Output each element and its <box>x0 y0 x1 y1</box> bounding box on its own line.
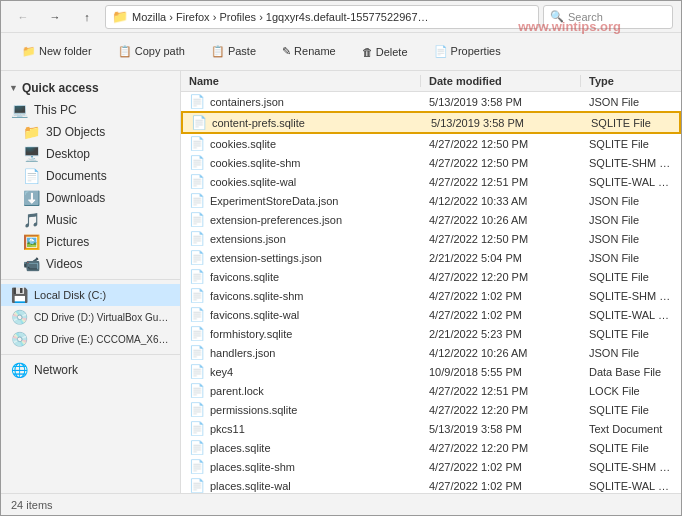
filelist: Name Date modified Type 📄 containers.jso… <box>181 71 681 493</box>
file-name: favicons.sqlite-shm <box>210 290 304 302</box>
file-date: 4/12/2022 10:33 AM <box>421 195 581 207</box>
file-icon: 📄 <box>189 193 205 208</box>
back-button[interactable]: ← <box>9 6 37 28</box>
table-row[interactable]: 📄 handlers.json 4/12/2022 10:26 AM JSON … <box>181 343 681 362</box>
table-row[interactable]: 📄 places.sqlite 4/27/2022 12:20 PM SQLIT… <box>181 438 681 457</box>
file-name: favicons.sqlite <box>210 271 279 283</box>
file-icon: 📄 <box>189 478 205 493</box>
file-date: 4/27/2022 12:20 PM <box>421 442 581 454</box>
table-row[interactable]: 📄 places.sqlite-wal 4/27/2022 1:02 PM SQ… <box>181 476 681 493</box>
3d-objects-icon: 📁 <box>23 124 40 140</box>
this-pc-icon: 💻 <box>11 102 28 118</box>
table-row[interactable]: 📄 content-prefs.sqlite 5/13/2019 3:58 PM… <box>181 111 681 134</box>
table-row[interactable]: 📄 favicons.sqlite-wal 4/27/2022 1:02 PM … <box>181 305 681 324</box>
file-date: 2/21/2022 5:23 PM <box>421 328 581 340</box>
file-icon: 📄 <box>189 212 205 227</box>
documents-label: Documents <box>46 169 107 183</box>
file-type: SQLITE-WAL File <box>581 309 681 321</box>
file-name: containers.json <box>210 96 284 108</box>
table-row[interactable]: 📄 formhistory.sqlite 2/21/2022 5:23 PM S… <box>181 324 681 343</box>
file-type: JSON File <box>581 252 681 264</box>
file-icon: 📄 <box>189 250 205 265</box>
cd-drive-e-icon: 💿 <box>11 331 28 347</box>
copy-path-button[interactable]: 📋 Copy path <box>107 39 196 65</box>
table-row[interactable]: 📄 permissions.sqlite 4/27/2022 12:20 PM … <box>181 400 681 419</box>
file-icon: 📄 <box>189 231 205 246</box>
properties-button[interactable]: 📄 Properties <box>423 39 512 65</box>
sidebar-item-videos[interactable]: 📹 Videos <box>1 253 180 275</box>
col-header-date[interactable]: Date modified <box>421 75 581 87</box>
file-date: 4/27/2022 1:02 PM <box>421 480 581 492</box>
file-date: 4/27/2022 12:50 PM <box>421 157 581 169</box>
address-bar[interactable]: 📁 Mozilla › Firefox › Profiles › 1gqxyr4… <box>105 5 539 29</box>
file-icon: 📄 <box>189 326 205 341</box>
file-date: 4/27/2022 1:02 PM <box>421 290 581 302</box>
table-row[interactable]: 📄 parent.lock 4/27/2022 12:51 PM LOCK Fi… <box>181 381 681 400</box>
table-row[interactable]: 📄 cookies.sqlite-wal 4/27/2022 12:51 PM … <box>181 172 681 191</box>
table-row[interactable]: 📄 pkcs11 5/13/2019 3:58 PM Text Document <box>181 419 681 438</box>
sidebar-divider-2 <box>1 354 180 355</box>
sidebar-item-this-pc[interactable]: 💻 This PC <box>1 99 180 121</box>
item-count: 24 items <box>11 499 53 511</box>
sidebar-item-3d-objects[interactable]: 📁 3D Objects <box>1 121 180 143</box>
file-type: SQLITE File <box>581 328 681 340</box>
sidebar-item-network[interactable]: 🌐 Network <box>1 359 180 381</box>
quick-access-header[interactable]: ▼ Quick access <box>1 77 180 99</box>
sidebar-item-downloads[interactable]: ⬇️ Downloads <box>1 187 180 209</box>
file-date: 5/13/2019 3:58 PM <box>421 423 581 435</box>
sidebar-item-music[interactable]: 🎵 Music <box>1 209 180 231</box>
file-type: SQLITE File <box>581 138 681 150</box>
file-icon: 📄 <box>191 115 207 130</box>
file-type: LOCK File <box>581 385 681 397</box>
col-header-name[interactable]: Name <box>181 75 421 87</box>
delete-button[interactable]: 🗑 Delete <box>351 39 419 65</box>
sidebar-item-local-disk[interactable]: 💾 Local Disk (C:) <box>1 284 180 306</box>
filelist-header: Name Date modified Type <box>181 71 681 92</box>
file-date: 4/27/2022 12:51 PM <box>421 385 581 397</box>
file-type: Text Document <box>581 423 681 435</box>
paste-button[interactable]: 📋 Paste <box>200 39 267 65</box>
table-row[interactable]: 📄 containers.json 5/13/2019 3:58 PM JSON… <box>181 92 681 111</box>
table-row[interactable]: 📄 extension-settings.json 2/21/2022 5:04… <box>181 248 681 267</box>
sidebar-item-documents[interactable]: 📄 Documents <box>1 165 180 187</box>
sidebar-item-pictures[interactable]: 🖼️ Pictures <box>1 231 180 253</box>
file-date: 4/27/2022 12:51 PM <box>421 176 581 188</box>
file-name: cookies.sqlite <box>210 138 276 150</box>
file-date: 4/27/2022 12:20 PM <box>421 404 581 416</box>
table-row[interactable]: 📄 places.sqlite-shm 4/27/2022 1:02 PM SQ… <box>181 457 681 476</box>
cd-drive-e-label: CD Drive (E:) CCCOMA_X64FRE_... <box>34 334 172 345</box>
table-row[interactable]: 📄 favicons.sqlite 4/27/2022 12:20 PM SQL… <box>181 267 681 286</box>
table-row[interactable]: 📄 favicons.sqlite-shm 4/27/2022 1:02 PM … <box>181 286 681 305</box>
forward-button[interactable]: → <box>41 6 69 28</box>
up-button[interactable]: ↑ <box>73 6 101 28</box>
sidebar-item-cd-drive-e[interactable]: 💿 CD Drive (E:) CCCOMA_X64FRE_... <box>1 328 180 350</box>
table-row[interactable]: 📄 extensions.json 4/27/2022 12:50 PM JSO… <box>181 229 681 248</box>
network-icon: 🌐 <box>11 362 28 378</box>
search-box[interactable]: 🔍 Search <box>543 5 673 29</box>
file-date: 5/13/2019 3:58 PM <box>423 117 583 129</box>
table-row[interactable]: 📄 extension-preferences.json 4/27/2022 1… <box>181 210 681 229</box>
file-icon: 📄 <box>189 459 205 474</box>
file-date: 4/27/2022 12:50 PM <box>421 138 581 150</box>
sidebar-item-cd-drive-d[interactable]: 💿 CD Drive (D:) VirtualBox Guest A <box>1 306 180 328</box>
videos-icon: 📹 <box>23 256 40 272</box>
file-icon: 📄 <box>189 155 205 170</box>
file-icon: 📄 <box>189 288 205 303</box>
sidebar-item-desktop[interactable]: 🖥️ Desktop <box>1 143 180 165</box>
local-disk-icon: 💾 <box>11 287 28 303</box>
table-row[interactable]: 📄 cookies.sqlite-shm 4/27/2022 12:50 PM … <box>181 153 681 172</box>
file-date: 4/12/2022 10:26 AM <box>421 347 581 359</box>
table-row[interactable]: 📄 key4 10/9/2018 5:55 PM Data Base File <box>181 362 681 381</box>
table-row[interactable]: 📄 cookies.sqlite 4/27/2022 12:50 PM SQLI… <box>181 134 681 153</box>
file-type: SQLITE-WAL File <box>581 176 681 188</box>
col-header-type[interactable]: Type <box>581 75 681 87</box>
file-type: JSON File <box>581 214 681 226</box>
cd-drive-d-icon: 💿 <box>11 309 28 325</box>
search-placeholder: Search <box>568 11 603 23</box>
file-type: SQLITE File <box>581 404 681 416</box>
file-type: JSON File <box>581 347 681 359</box>
table-row[interactable]: 📄 ExperimentStoreData.json 4/12/2022 10:… <box>181 191 681 210</box>
new-folder-button[interactable]: 📁 New folder <box>11 39 103 65</box>
rename-button[interactable]: ✎ Rename <box>271 39 347 65</box>
pictures-icon: 🖼️ <box>23 234 40 250</box>
